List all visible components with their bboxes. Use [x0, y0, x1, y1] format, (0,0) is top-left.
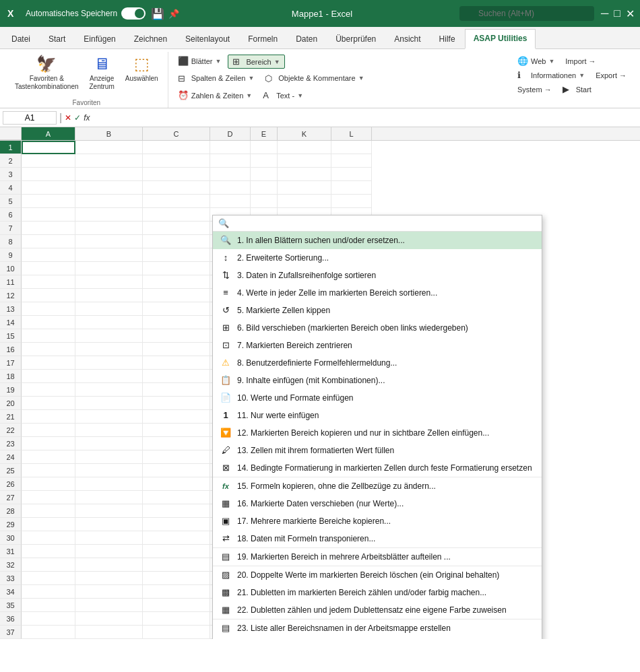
btn-favoriten[interactable]: 🦅 Favoriten &Tastenkombinationen	[11, 52, 83, 94]
cell[interactable]	[251, 154, 278, 168]
cell[interactable]	[143, 397, 210, 410]
row-num-16[interactable]: 16	[0, 343, 22, 356]
cell[interactable]	[75, 383, 143, 397]
cell[interactable]	[331, 141, 372, 154]
cell[interactable]	[75, 316, 143, 329]
cell[interactable]	[143, 329, 210, 343]
row-num-21[interactable]: 21	[0, 410, 22, 424]
row-num-9[interactable]: 9	[0, 248, 22, 262]
cell[interactable]	[143, 477, 210, 491]
col-header-d[interactable]: D	[210, 127, 251, 140]
cell[interactable]	[22, 289, 75, 302]
cell[interactable]	[210, 181, 251, 195]
cell[interactable]	[143, 599, 210, 612]
cell[interactable]	[251, 195, 278, 208]
cell[interactable]	[22, 518, 75, 531]
row-num-31[interactable]: 31	[0, 545, 22, 558]
cell[interactable]	[143, 316, 210, 329]
cell[interactable]	[22, 383, 75, 397]
row-num-4[interactable]: 4	[0, 181, 22, 195]
row-num-6[interactable]: 6	[0, 208, 22, 222]
cell[interactable]	[75, 356, 143, 370]
cell[interactable]	[143, 464, 210, 477]
cell[interactable]	[75, 289, 143, 302]
cell[interactable]	[331, 195, 372, 208]
tab-ansicht[interactable]: Ansicht	[385, 30, 429, 48]
cell[interactable]	[75, 545, 143, 558]
cell[interactable]	[22, 410, 75, 424]
cell[interactable]	[143, 572, 210, 585]
cell[interactable]	[143, 208, 210, 222]
row-num-15[interactable]: 15	[0, 329, 22, 343]
row-num-25[interactable]: 25	[0, 464, 22, 477]
cell[interactable]	[75, 531, 143, 545]
tab-asap[interactable]: ASAP Utilities	[465, 29, 536, 49]
cell[interactable]	[278, 195, 331, 208]
dropdown-item[interactable]: ⚠8. Benutzerdefinierte Formelfehlermeldu…	[213, 354, 542, 372]
cell[interactable]	[75, 599, 143, 612]
row-num-36[interactable]: 36	[0, 612, 22, 626]
cell[interactable]	[143, 437, 210, 450]
cell[interactable]	[22, 450, 75, 464]
row-num-30[interactable]: 30	[0, 531, 22, 545]
cell[interactable]	[143, 181, 210, 195]
row-num-32[interactable]: 32	[0, 558, 22, 572]
row-num-7[interactable]: 7	[0, 222, 22, 235]
cell[interactable]	[143, 248, 210, 262]
cell[interactable]	[143, 262, 210, 275]
cell[interactable]	[143, 504, 210, 518]
cell[interactable]	[22, 141, 75, 154]
cell[interactable]	[22, 356, 75, 370]
dropdown-item[interactable]: ▣17. Mehrere markierte Bereiche kopieren…	[213, 512, 542, 530]
tab-ueberpruefen[interactable]: Überprüfen	[327, 30, 385, 48]
cell[interactable]	[75, 437, 143, 450]
dropdown-item[interactable]: fx15. Formeln kopieren, ohne die Zellbez…	[213, 477, 542, 495]
dropdown-item[interactable]: 🔍1. In allen Blättern suchen und/oder er…	[213, 232, 542, 249]
cell[interactable]	[75, 154, 143, 168]
cell[interactable]	[331, 181, 372, 195]
col-header-c[interactable]: C	[143, 127, 210, 140]
cell[interactable]	[22, 397, 75, 410]
cell[interactable]	[22, 572, 75, 585]
dropdown-item[interactable]: ↕2. Erweiterte Sortierung...	[213, 249, 542, 267]
cell[interactable]	[143, 343, 210, 356]
dropdown-item[interactable]: ⇄18. Daten mit Formeln transponieren...	[213, 530, 542, 547]
row-num-14[interactable]: 14	[0, 316, 22, 329]
cell[interactable]	[210, 154, 251, 168]
cell[interactable]	[143, 531, 210, 545]
cell[interactable]	[75, 275, 143, 289]
cell[interactable]	[75, 248, 143, 262]
cell[interactable]	[75, 585, 143, 599]
row-num-2[interactable]: 2	[0, 154, 22, 168]
cell[interactable]	[22, 585, 75, 599]
dropdown-search-input[interactable]	[233, 219, 536, 228]
cell[interactable]	[22, 370, 75, 383]
btn-anzeige[interactable]: 🖥 AnzeigeZentrum	[86, 52, 119, 94]
cell[interactable]	[75, 181, 143, 195]
dropdown-item[interactable]: ▤23. Liste aller Bereichsnamen in der Ar…	[213, 619, 542, 637]
cell-ref-input[interactable]	[3, 111, 57, 125]
cell[interactable]	[75, 195, 143, 208]
cell[interactable]	[278, 141, 331, 154]
cell[interactable]	[22, 491, 75, 504]
cell[interactable]	[22, 168, 75, 181]
cell[interactable]	[143, 410, 210, 424]
cell[interactable]	[22, 222, 75, 235]
cell[interactable]	[251, 168, 278, 181]
cell[interactable]	[331, 168, 372, 181]
tab-datei[interactable]: Datei	[3, 30, 39, 48]
cell[interactable]	[22, 437, 75, 450]
btn-system[interactable]: System →	[513, 83, 556, 96]
row-num-5[interactable]: 5	[0, 195, 22, 208]
cell[interactable]	[75, 329, 143, 343]
tab-hilfe[interactable]: Hilfe	[430, 30, 464, 48]
cell[interactable]	[143, 383, 210, 397]
tab-zeichnen[interactable]: Zeichnen	[125, 30, 176, 48]
cell[interactable]	[75, 222, 143, 235]
dropdown-item[interactable]: ⊠14. Bedingte Formatierung in markierten…	[213, 459, 542, 477]
cell[interactable]	[75, 397, 143, 410]
cell[interactable]	[143, 424, 210, 437]
cell[interactable]	[143, 275, 210, 289]
save-icon[interactable]: 💾	[151, 7, 164, 20]
cell[interactable]	[22, 545, 75, 558]
